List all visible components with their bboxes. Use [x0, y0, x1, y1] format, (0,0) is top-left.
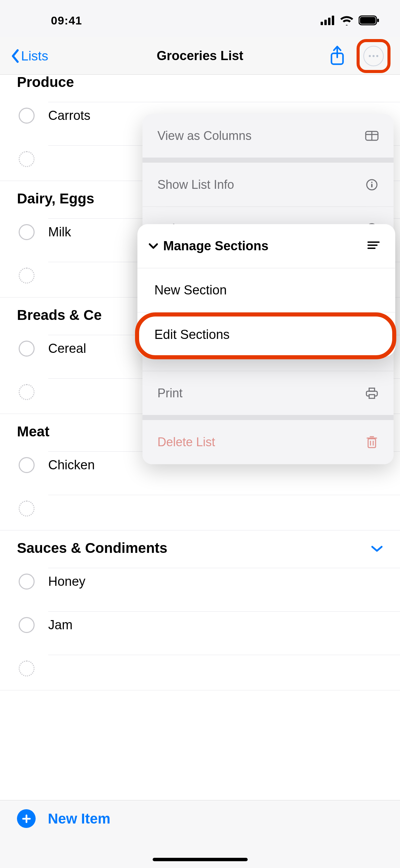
menu-show-info[interactable]: Show List Info [142, 163, 394, 207]
checkbox-placeholder[interactable] [19, 501, 35, 517]
menu-delete-list[interactable]: Delete List [142, 420, 394, 464]
chevron-down-icon [148, 242, 159, 250]
submenu-edit-sections[interactable]: Edit Sections [137, 312, 395, 357]
plus-icon [17, 809, 36, 828]
home-indicator [153, 858, 248, 861]
list-item[interactable]: Honey [0, 560, 400, 603]
item-label: Jam [48, 618, 73, 632]
section-header[interactable]: Sauces & Condiments [0, 530, 400, 560]
menu-item-label: Show List Info [157, 178, 234, 192]
battery-icon [359, 15, 380, 25]
checkbox-circle[interactable] [19, 457, 35, 473]
columns-icon [365, 130, 379, 141]
list-lines-icon [367, 239, 380, 253]
new-item-label: New Item [48, 811, 110, 827]
item-label: Carrots [48, 108, 91, 123]
submenu-item-label: Edit Sections [154, 327, 230, 342]
section-title: Breads & Ce [17, 307, 102, 323]
submenu-new-section[interactable]: New Section [137, 268, 395, 312]
list-item[interactable]: Jam [0, 603, 400, 647]
chevron-left-icon [10, 49, 20, 63]
page-title: Groceries List [157, 49, 244, 63]
chevron-down-icon[interactable] [371, 540, 383, 556]
trash-icon [365, 435, 379, 449]
submenu-item-label: New Section [154, 283, 227, 297]
item-label: Milk [48, 225, 71, 239]
print-icon [365, 387, 379, 399]
section-title: Dairy, Eggs [17, 191, 94, 207]
back-label: Lists [21, 49, 48, 64]
menu-view-columns[interactable]: View as Columns [142, 114, 394, 158]
svg-rect-23 [369, 395, 375, 398]
new-item-button[interactable]: New Item [17, 809, 110, 828]
share-button[interactable] [329, 45, 346, 67]
wifi-icon [340, 15, 354, 25]
svg-point-13 [371, 182, 373, 183]
menu-item-label: Print [157, 386, 183, 400]
list-item-placeholder[interactable] [0, 487, 400, 530]
section-title: Meat [17, 423, 50, 440]
section-title: Sauces & Condiments [17, 540, 167, 556]
checkbox-placeholder[interactable] [19, 661, 35, 676]
info-icon [365, 179, 379, 191]
menu-item-label: Delete List [157, 435, 215, 449]
checkbox-placeholder[interactable] [19, 268, 35, 284]
svg-rect-14 [371, 184, 373, 187]
nav-bar: Lists Groceries List [0, 37, 400, 75]
checkbox-circle[interactable] [19, 108, 35, 124]
list-item-placeholder[interactable] [0, 647, 400, 690]
item-label: Cereal [48, 341, 86, 356]
cellular-icon [321, 16, 335, 25]
item-label: Chicken [48, 458, 95, 472]
checkbox-circle[interactable] [19, 224, 35, 240]
checkbox-circle[interactable] [19, 574, 35, 590]
svg-rect-3 [332, 16, 334, 25]
svg-rect-0 [321, 22, 323, 25]
share-icon [329, 45, 346, 66]
svg-rect-5 [360, 17, 376, 24]
checkbox-circle[interactable] [19, 341, 35, 357]
back-button[interactable]: Lists [10, 49, 48, 64]
submenu-title: Manage Sections [163, 239, 268, 253]
checkbox-circle[interactable] [19, 617, 35, 633]
svg-rect-2 [328, 18, 330, 25]
menu-print[interactable]: Print [142, 371, 394, 415]
item-label: Honey [48, 574, 85, 589]
ellipsis-icon [369, 55, 378, 57]
menu-item-label: View as Columns [157, 129, 251, 143]
status-icons [321, 15, 380, 25]
submenu-header[interactable]: Manage Sections [137, 224, 395, 268]
svg-rect-24 [368, 439, 376, 448]
section-title: Produce [17, 74, 74, 90]
manage-sections-submenu: Manage Sections New Section Edit Section… [137, 224, 395, 357]
more-button-highlight [357, 39, 391, 73]
checkbox-placeholder[interactable] [19, 384, 35, 400]
status-time: 09:41 [51, 14, 82, 27]
svg-rect-1 [324, 20, 327, 25]
more-button[interactable] [363, 46, 384, 66]
checkbox-placeholder[interactable] [19, 151, 35, 167]
section-sauces: Sauces & Condiments Honey Jam [0, 530, 400, 690]
status-bar: 09:41 [0, 0, 400, 37]
svg-rect-22 [369, 388, 375, 391]
svg-rect-6 [377, 19, 379, 22]
